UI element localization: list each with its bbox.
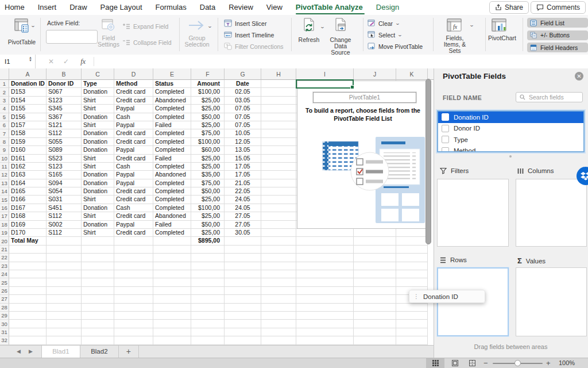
- cell-F13[interactable]: $75,00: [191, 179, 225, 187]
- cell-B31[interactable]: [47, 328, 82, 336]
- cell-D20[interactable]: [114, 237, 153, 245]
- close-icon[interactable]: ✕: [575, 72, 583, 80]
- cell-J29[interactable]: [354, 312, 396, 320]
- cell-D31[interactable]: [114, 328, 153, 336]
- cell-H22[interactable]: [261, 254, 296, 262]
- cell-E8[interactable]: Completed: [153, 138, 191, 146]
- cell-J24[interactable]: [354, 270, 396, 278]
- zoom-slider-thumb[interactable]: [514, 360, 521, 366]
- column-header-b[interactable]: B: [47, 68, 82, 80]
- cell-I21[interactable]: [296, 246, 354, 254]
- cell-B7[interactable]: S112: [47, 129, 82, 137]
- cell-A26[interactable]: [9, 287, 47, 295]
- column-header-e[interactable]: E: [153, 68, 191, 80]
- cell-H14[interactable]: [261, 187, 296, 195]
- insert-slicer-button[interactable]: Insert Slicer: [224, 20, 266, 27]
- formula-input[interactable]: [94, 55, 588, 68]
- cell-F27[interactable]: [191, 295, 225, 303]
- cell-G32[interactable]: [225, 336, 261, 344]
- column-header-g[interactable]: G: [225, 68, 261, 80]
- cell-B9[interactable]: S089: [47, 146, 82, 154]
- cell-E13[interactable]: Completed: [153, 179, 191, 187]
- cell-A20[interactable]: Total May: [9, 237, 47, 245]
- cell-I29[interactable]: [296, 312, 354, 320]
- cell-H4[interactable]: [261, 105, 296, 113]
- field-checkbox[interactable]: [442, 125, 449, 132]
- cell-J25[interactable]: [354, 278, 396, 286]
- cell-E17[interactable]: Abandoned: [153, 212, 191, 220]
- cell-B4[interactable]: S345: [47, 105, 82, 113]
- cell-A19[interactable]: D170: [9, 229, 47, 237]
- cell-A31[interactable]: [9, 328, 47, 336]
- cell-C11[interactable]: Shirt: [82, 163, 114, 171]
- row-header-25[interactable]: 25: [0, 278, 9, 286]
- cell-F20[interactable]: $895,00: [191, 237, 225, 245]
- active-field-input[interactable]: [46, 30, 98, 44]
- cell-B12[interactable]: S165: [47, 171, 82, 179]
- dragged-field-chip[interactable]: ⋮ Donation ID: [409, 290, 485, 303]
- cell-A17[interactable]: D168: [9, 212, 47, 220]
- cell-D25[interactable]: [114, 278, 153, 286]
- cell-G18[interactable]: 27.05: [225, 221, 261, 229]
- cell-G28[interactable]: [225, 304, 261, 312]
- cell-A1[interactable]: Donation ID: [9, 80, 47, 88]
- cell-I26[interactable]: [296, 287, 354, 295]
- cell-C1[interactable]: Type: [82, 80, 114, 88]
- cell-D4[interactable]: Paypal: [114, 105, 153, 113]
- cell-A21[interactable]: [9, 246, 47, 254]
- cell-A11[interactable]: D162: [9, 163, 47, 171]
- expand-field-button[interactable]: Expand Field: [122, 23, 168, 30]
- cell-A4[interactable]: D155: [9, 105, 47, 113]
- vertical-scrollbar[interactable]: [425, 79, 431, 244]
- fill-handle[interactable]: [350, 85, 354, 89]
- column-header-i[interactable]: I: [296, 68, 354, 80]
- cell-C12[interactable]: Donation: [82, 171, 114, 179]
- row-header-29[interactable]: 29: [0, 312, 9, 320]
- cell-A2[interactable]: D153: [9, 88, 47, 96]
- row-header-18[interactable]: 18: [0, 221, 9, 229]
- cell-E1[interactable]: Status: [153, 80, 191, 88]
- cell-A5[interactable]: D156: [9, 113, 47, 121]
- cell-D24[interactable]: [114, 270, 153, 278]
- cell-E27[interactable]: [153, 295, 191, 303]
- cell-H32[interactable]: [261, 336, 296, 344]
- cell-C6[interactable]: Shirt: [82, 121, 114, 129]
- cell-A29[interactable]: [9, 312, 47, 320]
- cell-E25[interactable]: [153, 278, 191, 286]
- cell-E24[interactable]: [153, 270, 191, 278]
- cell-C15[interactable]: Shirt: [82, 195, 114, 204]
- cell-I31[interactable]: [296, 328, 354, 336]
- row-header-23[interactable]: 23: [0, 262, 9, 270]
- column-header-d[interactable]: D: [114, 68, 153, 80]
- cell-E2[interactable]: Completed: [153, 88, 191, 96]
- sheet-tab-blad2[interactable]: Blad2: [80, 346, 119, 358]
- cell-A12[interactable]: D163: [9, 171, 47, 179]
- page-break-view-button[interactable]: [464, 358, 480, 368]
- cell-A9[interactable]: D160: [9, 146, 47, 154]
- row-header-12[interactable]: 12: [0, 171, 9, 179]
- cell-C20[interactable]: [82, 237, 114, 245]
- cell-A3[interactable]: D154: [9, 97, 47, 105]
- cell-D3[interactable]: Credit card: [114, 97, 153, 105]
- row-header-19[interactable]: 19: [0, 229, 9, 237]
- cell-F15[interactable]: $25,00: [191, 195, 225, 204]
- cell-J32[interactable]: [354, 336, 396, 344]
- cell-G20[interactable]: [225, 237, 261, 245]
- field-checkbox[interactable]: [442, 147, 449, 152]
- cell-F17[interactable]: $25,00: [191, 212, 225, 220]
- cell-C24[interactable]: [82, 270, 114, 278]
- cell-D18[interactable]: Paypal: [114, 221, 153, 229]
- row-header-21[interactable]: 21: [0, 246, 9, 254]
- fields-items-sets-button[interactable]: fx ⌄ Fields, Items, & Sets: [438, 18, 472, 54]
- cell-G13[interactable]: 21.05: [225, 179, 261, 187]
- tab-draw[interactable]: Draw: [69, 0, 96, 15]
- cell-D2[interactable]: Credit card: [114, 88, 153, 96]
- cell-J27[interactable]: [354, 295, 396, 303]
- cell-B22[interactable]: [47, 254, 82, 262]
- cell-G23[interactable]: [225, 262, 261, 270]
- filters-drop-area[interactable]: [437, 179, 509, 247]
- row-header-22[interactable]: 22: [0, 254, 9, 262]
- cell-F22[interactable]: [191, 254, 225, 262]
- row-header-15[interactable]: 15: [0, 195, 9, 204]
- cell-E9[interactable]: Completed: [153, 146, 191, 154]
